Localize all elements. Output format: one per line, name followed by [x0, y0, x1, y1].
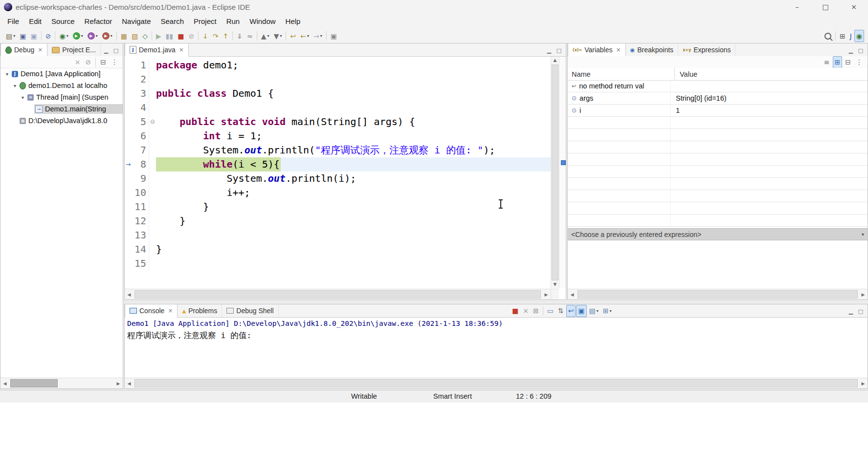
expression-combo[interactable]: <Choose a previously entered expression> — [568, 228, 868, 240]
variables-view-hscrollbar[interactable] — [568, 289, 868, 299]
variables-view-tab-expressions[interactable]: Expressions — [678, 43, 735, 56]
console-view-tab-console[interactable]: Console — [125, 304, 178, 318]
debug-tree-item[interactable]: Demo1.main(String — [0, 103, 123, 115]
fold-marker-icon[interactable] — [149, 115, 156, 129]
menu-refactor[interactable]: Refactor — [80, 14, 117, 29]
expander-icon[interactable] — [11, 83, 19, 88]
display-selected-console-button[interactable]: ▤▾ — [587, 305, 601, 317]
console-hscrollbar[interactable] — [125, 378, 868, 388]
scroll-thumb[interactable] — [578, 290, 858, 299]
column-header-name[interactable]: Name — [568, 68, 675, 80]
menu-navigate[interactable]: Navigate — [117, 14, 156, 29]
editor-tab-demo1-java[interactable]: Demo1.java — [125, 43, 189, 57]
close-window-button[interactable]: × — [840, 0, 868, 14]
scroll-thumb[interactable] — [134, 290, 541, 299]
scroll-track[interactable] — [134, 289, 542, 299]
run-button[interactable]: ▶▾ — [71, 30, 85, 42]
variable-row[interactable]: no method return val — [568, 80, 868, 92]
scroll-left-icon[interactable] — [568, 292, 577, 297]
console-output-area[interactable]: Demo1 [Java Application] D:\Develop\Java… — [125, 318, 868, 377]
search-button[interactable] — [823, 30, 833, 42]
new-class-button[interactable]: ◇ — [140, 30, 150, 42]
coverage-button[interactable]: ▶▾ — [86, 30, 100, 42]
maximize-view-button[interactable]: □ — [856, 306, 866, 315]
maximize-view-button[interactable]: □ — [111, 45, 121, 54]
save-button[interactable]: ▣ — [18, 30, 28, 42]
overview-ruler[interactable] — [559, 57, 566, 288]
skip-all-breakpoints-button[interactable]: ⊘ — [44, 30, 53, 42]
maximize-window-button[interactable]: □ — [811, 0, 840, 14]
disconnect-button[interactable]: ⊘ — [186, 30, 196, 42]
previous-annotation-button[interactable]: ▲▾ — [259, 30, 271, 42]
minimize-view-button[interactable]: ▁ — [846, 306, 856, 315]
open-perspective-button[interactable]: ⊞ — [838, 30, 847, 42]
debug-tree-item[interactable]: demo1.Demo1 at localho — [0, 80, 123, 91]
scroll-up-icon[interactable] — [551, 57, 559, 64]
new-package-button[interactable]: ▧ — [130, 30, 140, 42]
variables-view-tab-breakpoints[interactable]: Breakpoints — [626, 43, 679, 56]
close-icon[interactable] — [616, 46, 621, 53]
minimize-view-button[interactable]: ▁ — [101, 45, 111, 54]
debug-view-hscrollbar[interactable] — [0, 378, 123, 388]
new-java-project-button[interactable]: ▦ — [119, 30, 129, 42]
scroll-track[interactable] — [134, 378, 859, 388]
scroll-thumb[interactable] — [552, 64, 558, 280]
debug-tree-item[interactable]: Demo1 [Java Application] — [0, 68, 123, 80]
variable-row[interactable]: i1 — [568, 105, 868, 117]
maximize-view-button[interactable]: □ — [554, 45, 564, 54]
pin-console-button[interactable]: ▣ — [576, 305, 586, 317]
scroll-left-icon[interactable] — [125, 381, 134, 386]
variables-view-tab-variables[interactable]: Variables — [568, 43, 626, 57]
java-perspective-button[interactable]: J — [848, 30, 854, 42]
remove-all-terminated-button[interactable]: × — [73, 56, 83, 68]
close-icon[interactable] — [179, 46, 184, 53]
debug-launch-tree[interactable]: Demo1 [Java Application]demo1.Demo1 at l… — [0, 68, 123, 378]
close-icon[interactable] — [38, 46, 43, 53]
step-return-button[interactable]: ↑ — [221, 30, 231, 42]
open-console-button[interactable]: ⊞▾ — [601, 305, 614, 317]
step-over-button[interactable]: ↷ — [211, 30, 221, 42]
run-external-tools-button[interactable]: ▶▾ — [100, 30, 114, 42]
step-into-button[interactable]: ↓ — [200, 30, 210, 42]
close-icon[interactable] — [168, 307, 173, 314]
last-edit-location-button[interactable]: ↩ — [288, 30, 298, 42]
menu-file[interactable]: File — [2, 14, 24, 29]
clear-console-button[interactable]: ▭ — [545, 305, 556, 317]
minimize-window-button[interactable]: – — [783, 0, 811, 14]
collapse-all-button[interactable]: ⊟ — [98, 56, 108, 68]
menu-edit[interactable]: Edit — [24, 14, 46, 29]
save-all-button[interactable]: ▣ — [28, 30, 39, 42]
menu-run[interactable]: Run — [222, 14, 245, 29]
editor-hscrollbar[interactable] — [125, 289, 551, 299]
resume-button[interactable]: ▶ — [154, 30, 163, 42]
debug-tree-item[interactable]: D:\Develop\Java\jdk1.8.0 — [0, 115, 123, 127]
console-view-tab-problems[interactable]: Problems — [178, 304, 222, 317]
drop-to-frame-button[interactable]: ⇓ — [235, 30, 245, 42]
menu-help[interactable]: Help — [281, 14, 306, 29]
show-logical-structures-button[interactable]: ⊞ — [833, 56, 843, 68]
scroll-down-icon[interactable] — [551, 281, 559, 288]
use-step-filters-button[interactable]: ≈ — [245, 30, 255, 42]
next-annotation-button[interactable]: ▼▾ — [272, 30, 284, 42]
scroll-thumb[interactable] — [10, 379, 58, 387]
scroll-right-icon[interactable] — [859, 292, 868, 297]
terminate-console-button[interactable]: ■ — [510, 305, 520, 317]
expander-icon[interactable] — [19, 95, 26, 100]
scroll-right-icon[interactable] — [114, 381, 123, 386]
scroll-lock-button[interactable]: ⇅ — [556, 305, 566, 317]
new-wizard-button[interactable]: ▤▾ — [4, 30, 17, 42]
menu-window[interactable]: Window — [245, 14, 280, 29]
menu-source[interactable]: Source — [46, 14, 80, 29]
disconnect-view-button[interactable]: ⊘ — [84, 56, 93, 68]
scroll-track[interactable] — [577, 289, 859, 299]
minimize-view-button[interactable]: ▁ — [544, 45, 554, 54]
menu-search[interactable]: Search — [156, 14, 189, 29]
variables-table[interactable]: no method return valargsString[0] (id=16… — [568, 80, 868, 227]
debug-tree-item[interactable]: Thread [main] (Suspen — [0, 91, 123, 103]
variable-row[interactable]: argsString[0] (id=16) — [568, 92, 868, 105]
debug-view-tab-project-e[interactable]: Project E... — [47, 43, 100, 56]
forward-button[interactable]: →▾ — [312, 30, 324, 42]
back-button[interactable]: ←▾ — [298, 30, 311, 42]
debug-perspective-button[interactable]: ◉ — [854, 30, 864, 42]
remove-all-terminated-launches-button[interactable]: ⊠ — [531, 305, 541, 317]
